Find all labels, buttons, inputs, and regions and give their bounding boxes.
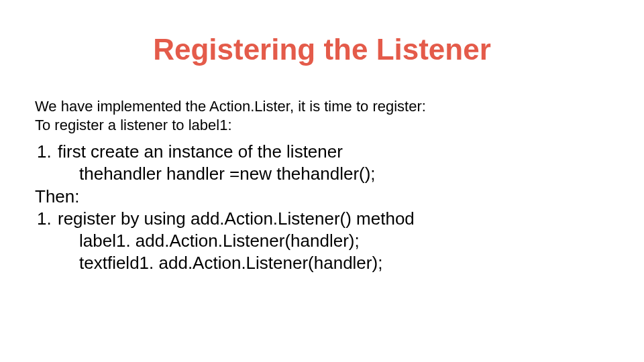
step-2-code-2: textfield1. add.Action.Listener(handler)… (79, 252, 604, 274)
step-2: register by using add.Action.Listener() … (56, 208, 604, 230)
intro-line-1: We have implemented the Action.Lister, i… (35, 97, 604, 116)
intro-block: We have implemented the Action.Lister, i… (35, 97, 604, 134)
step-2-code-1: label1. add.Action.Listener(handler); (79, 230, 604, 252)
step-list-2: register by using add.Action.Listener() … (35, 208, 604, 230)
body-block: first create an instance of the listener… (35, 141, 604, 275)
then-label: Then: (35, 186, 604, 208)
step-list-1: first create an instance of the listener (35, 141, 604, 163)
slide: Registering the Listener We have impleme… (0, 0, 644, 362)
slide-title: Registering the Listener (0, 34, 644, 66)
step-1-code: thehandler handler =new thehandler(); (79, 163, 604, 185)
intro-line-2: To register a listener to label1: (35, 116, 604, 135)
step-1: first create an instance of the listener (56, 141, 604, 163)
